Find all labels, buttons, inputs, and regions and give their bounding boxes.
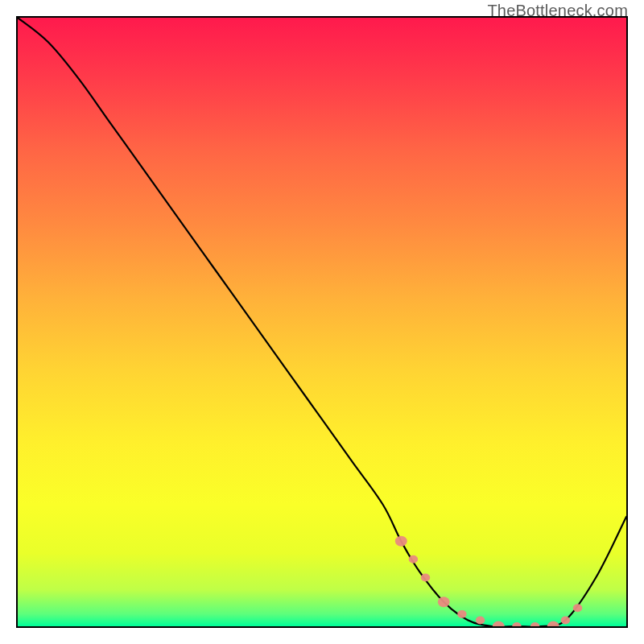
- highlight-marker: [512, 622, 521, 626]
- highlight-markers: [395, 536, 582, 626]
- highlight-marker: [476, 616, 485, 624]
- highlight-marker: [561, 616, 570, 624]
- highlight-marker: [421, 574, 430, 582]
- chart-container: TheBottleneck.com: [0, 0, 644, 644]
- highlight-marker: [573, 604, 582, 612]
- highlight-marker: [457, 610, 466, 618]
- highlight-marker: [547, 621, 559, 626]
- bottleneck-curve: [18, 18, 626, 626]
- highlight-marker: [493, 621, 505, 626]
- highlight-marker: [409, 555, 418, 564]
- plot-area: [16, 16, 628, 628]
- highlight-marker: [530, 622, 539, 626]
- curve-layer: [18, 18, 626, 626]
- highlight-marker: [438, 597, 450, 607]
- highlight-marker: [395, 536, 407, 547]
